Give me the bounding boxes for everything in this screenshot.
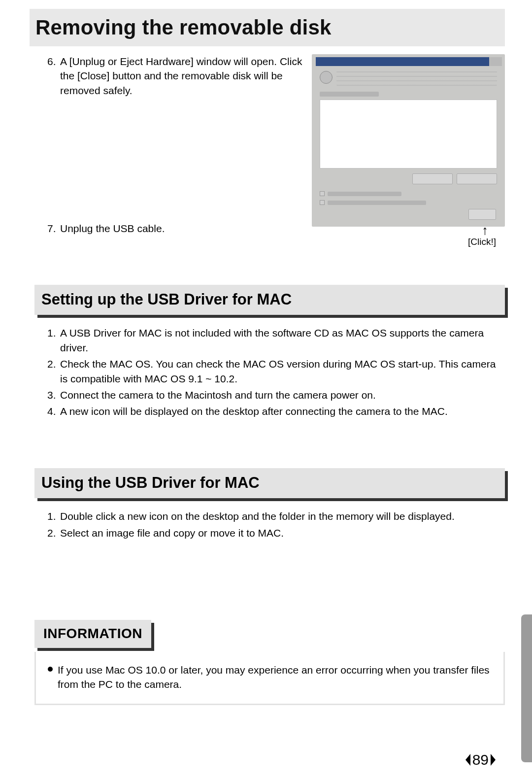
step-text: A new icon will be displayed on the desk… [60,404,505,418]
info-text: If you use Mac OS 10.0 or later, you may… [58,663,492,692]
step-number: 3. [47,388,60,402]
step-text: Select an image file and copy or move it… [60,526,505,540]
step-number: 1. [47,326,60,355]
checkbox-icon [320,200,325,205]
dialog-titlebar [316,57,501,66]
dialog-icon [320,71,332,84]
step-text: Double click a new icon on the desktop a… [60,509,505,523]
step-text: A USB Driver for MAC is not included wit… [60,326,505,355]
dialog-screenshot [312,54,505,227]
chevron-right-icon [491,754,496,766]
section-heading: Setting up the USB Driver for MAC [41,289,498,310]
dialog-button [457,173,497,184]
step: 3.Connect the camera to the Macintosh an… [47,388,505,402]
info-header: INFORMATION [34,620,151,648]
step-number: 2. [47,357,60,386]
dialog-button [412,173,453,184]
section-header: Setting up the USB Driver for MAC [34,285,505,315]
side-tab [521,614,532,762]
step-number: 4. [47,404,60,418]
step-number: 7. [47,221,60,236]
page-number: 89 [458,751,503,768]
step: 2.Select an image file and copy or move … [47,526,505,540]
step: 4.A new icon will be displayed on the de… [47,404,505,418]
step-text: Connect the camera to the Macintosh and … [60,388,505,402]
chevron-left-icon [466,754,470,766]
section-heading: Using the USB Driver for MAC [41,472,498,493]
step-number: 2. [47,526,60,540]
dialog-list-area [320,100,497,169]
info-box: If you use Mac OS 10.0 or later, you may… [34,652,505,705]
page-title: Removing the removable disk [30,16,505,39]
step: 1.A USB Driver for MAC is not included w… [47,326,505,355]
step: 6. A [Unplug or Eject Hardware] window w… [47,54,304,98]
page-title-bar: Removing the removable disk [30,9,505,46]
section-header: Using the USB Driver for MAC [34,468,505,498]
dialog-close-button [468,209,496,220]
step: 2.Check the MAC OS. You can check the MA… [47,357,505,386]
click-caption: [Click!] [312,236,505,249]
info-heading: INFORMATION [43,624,142,643]
dialog-label [320,92,379,97]
step-text: A [Unplug or Eject Hardware] window will… [60,54,304,98]
step-number: 1. [47,509,60,523]
dialog-description [336,71,497,86]
page-number-text: 89 [472,751,489,768]
step: 1.Double click a new icon on the desktop… [47,509,505,523]
bullet-icon [48,667,53,672]
step-text: Check the MAC OS. You can check the MAC … [60,357,505,386]
checkbox-icon [320,191,325,196]
step-number: 6. [47,54,60,98]
